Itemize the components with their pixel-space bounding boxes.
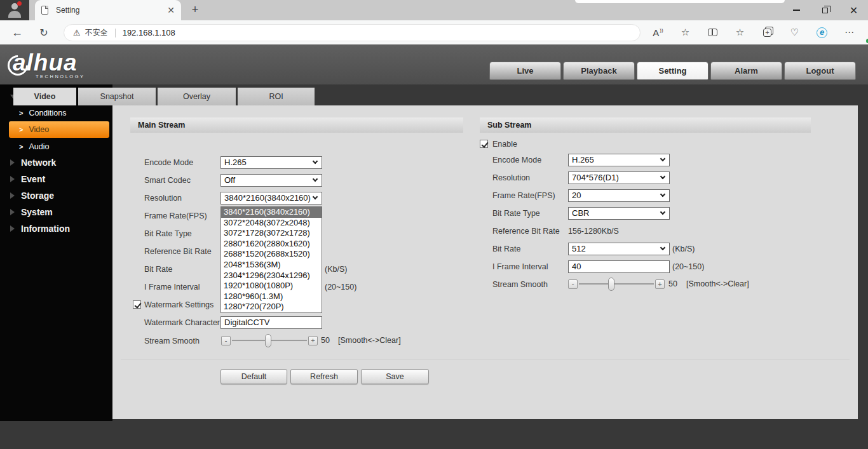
nav-button[interactable]: Setting <box>637 62 709 80</box>
bit-rate-label: Bit Rate <box>144 263 172 276</box>
sidebar-group[interactable]: Storage <box>0 190 112 201</box>
nav-button[interactable]: Logout <box>784 62 856 80</box>
encode-mode-select[interactable]: H.265 <box>220 156 322 169</box>
resolution-option[interactable]: 3840*2160(3840x2160) <box>221 207 322 218</box>
more-menu-icon[interactable]: ⋯ <box>836 20 863 44</box>
chevron-down-icon <box>313 194 318 199</box>
favorites-star-icon[interactable]: ☆ <box>672 20 699 44</box>
resolution-option[interactable]: 2688*1520(2688x1520) <box>221 249 322 260</box>
close-button[interactable]: ✕ <box>839 0 868 20</box>
popup-edge-strip <box>575 0 785 3</box>
stream-smooth-slider[interactable] <box>232 340 307 342</box>
settings-panel: Main Stream Sub Stream Encode Mode H.265… <box>112 105 858 419</box>
stream-smooth-value: 50 <box>321 336 330 345</box>
sidebar-group[interactable]: Event <box>0 173 112 185</box>
sidebar-group[interactable]: Information <box>0 223 112 234</box>
refresh-button[interactable]: Refresh <box>290 369 358 384</box>
sidebar-item[interactable]: > Video <box>9 121 109 138</box>
sub-bit-rate-unit: (Kb/S) <box>672 243 695 255</box>
minimize-button[interactable] <box>782 0 811 20</box>
content-tab[interactable]: ROI <box>238 88 315 105</box>
resolution-option[interactable]: 2304*1296(2304x1296) <box>221 271 322 281</box>
chevron-down-icon <box>660 245 665 250</box>
sub-encode-mode-value: H.265 <box>572 155 594 164</box>
browser-tab-strip: Setting ✕ + ✕ <box>0 0 868 20</box>
resolution-select[interactable]: 3840*2160(3840x2160) <box>220 192 322 204</box>
collections-icon[interactable]: ☆≡ <box>726 20 754 44</box>
resolution-option[interactable]: 2880*1620(2880x1620) <box>221 239 322 250</box>
sidebar-item[interactable]: > Audio <box>19 141 112 152</box>
sub-resolution-select[interactable]: 704*576(D1) <box>568 171 670 184</box>
sub-bit-rate-select[interactable]: 512 <box>568 243 670 255</box>
resolution-option[interactable]: 1280*720(720P) <box>221 302 322 312</box>
sub-frame-rate-label: Frame Rate(FPS) <box>492 189 555 202</box>
slider-thumb[interactable] <box>265 334 271 347</box>
sidebar-camera-children: > Conditions > Video > Audio <box>0 107 112 152</box>
sub-stream-smooth-label: Stream Smooth <box>492 278 548 291</box>
resolution-option[interactable]: 1920*1080(1080P) <box>221 281 322 292</box>
address-bar[interactable]: ⚠ 不安全 192.168.1.108 <box>64 24 641 41</box>
sidebar: Camera > Conditions > Video > Audio Netw… <box>0 84 112 421</box>
watermark-character-input[interactable]: DigitalCCTV <box>220 316 322 329</box>
sidebar-item-label: Conditions <box>29 109 66 117</box>
tab-close-icon[interactable]: ✕ <box>167 5 175 15</box>
refresh-icon[interactable]: ↻ <box>37 20 51 44</box>
slider-thumb[interactable] <box>608 278 614 291</box>
sub-frame-rate-select[interactable]: 20 <box>568 189 670 202</box>
ie-mode-icon[interactable]: e <box>808 20 836 44</box>
nav-button[interactable]: Alarm <box>710 62 782 80</box>
watermark-settings-checkbox[interactable] <box>133 300 141 309</box>
sub-stream-smooth-slider[interactable] <box>579 283 654 285</box>
restore-button[interactable] <box>811 0 839 20</box>
browser-profile-button[interactable] <box>0 0 29 20</box>
triangle-right-icon <box>10 176 15 182</box>
content-tab[interactable]: Snapshot <box>78 88 156 105</box>
default-button[interactable]: Default <box>220 369 287 384</box>
chevron-down-icon <box>660 192 665 197</box>
triangle-right-icon <box>10 209 15 215</box>
content-tab[interactable]: Overlay <box>158 88 236 105</box>
resolution-option[interactable]: 3072*1728(3072x1728) <box>221 228 322 239</box>
sub-bit-rate-type-select[interactable]: CBR <box>568 207 670 220</box>
resolution-option[interactable]: 2048*1536(3M) <box>221 260 322 271</box>
sub-stream-smooth-plus-button[interactable]: + <box>655 279 665 289</box>
sub-resolution-label: Resolution <box>492 171 530 184</box>
resolution-option[interactable]: 3072*2048(3072x2048) <box>221 218 322 229</box>
sub-enable-checkbox[interactable] <box>480 140 488 148</box>
resolution-option[interactable]: 1280*960(1.3M) <box>221 292 322 302</box>
nav-button[interactable]: Live <box>489 62 561 80</box>
read-aloud-icon[interactable]: A)) <box>644 20 672 44</box>
sub-stream-smooth-minus-button[interactable]: - <box>568 279 578 289</box>
read-aloud-waves-icon: )) <box>660 27 663 33</box>
sidebar-group-label: System <box>21 207 53 217</box>
save-button[interactable]: Save <box>361 369 429 384</box>
new-tab-button[interactable]: + <box>186 0 205 20</box>
chevron-down-icon <box>660 156 665 161</box>
sidebar-groups: Network Event Storage System Information <box>0 157 112 234</box>
tab-groups-icon[interactable]: + <box>754 20 781 44</box>
sub-i-frame-interval-input[interactable]: 40 <box>568 260 670 273</box>
stream-smooth-minus-button[interactable]: - <box>221 336 231 345</box>
resolution-value: 3840*2160(3840x2160) <box>224 193 311 203</box>
back-icon[interactable]: ← <box>10 20 24 44</box>
content-tab[interactable]: Video <box>13 88 76 105</box>
browser-essentials-icon[interactable]: ♡ <box>781 20 808 44</box>
watermark-settings-label: Watermark Settings <box>144 298 214 311</box>
sidebar-item[interactable]: > Conditions <box>19 107 112 119</box>
ie-glyph-icon: e <box>817 27 827 38</box>
page-favicon-icon <box>41 6 48 15</box>
sub-reference-bit-rate-value: 156-1280Kb/S <box>568 225 619 238</box>
split-screen-icon[interactable] <box>699 20 726 44</box>
sidebar-group-label: Storage <box>21 191 54 201</box>
browser-tab-setting[interactable]: Setting ✕ <box>35 0 181 20</box>
sub-bit-rate-type-label: Bit Rate Type <box>492 207 540 220</box>
nav-button[interactable]: Playback <box>563 62 635 80</box>
sidebar-group[interactable]: Network <box>0 157 112 168</box>
warning-icon: ⚠ <box>73 28 81 37</box>
stream-smooth-plus-button[interactable]: + <box>308 336 318 345</box>
sidebar-group[interactable]: System <box>0 206 112 218</box>
watermark-character-value: DigitalCCTV <box>224 318 270 327</box>
smart-codec-select[interactable]: Off <box>220 174 322 187</box>
sub-encode-mode-select[interactable]: H.265 <box>568 154 670 166</box>
encode-mode-value: H.265 <box>224 157 247 167</box>
